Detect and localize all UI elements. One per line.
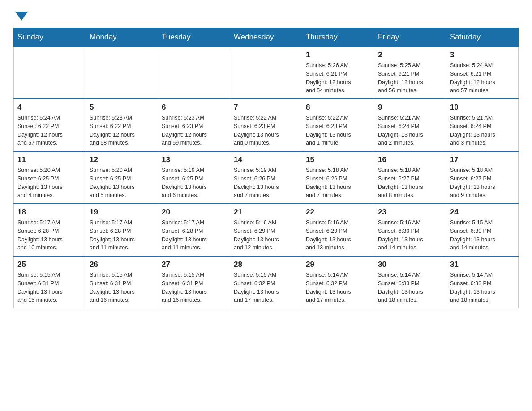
calendar-cell bbox=[230, 47, 302, 99]
day-number: 20 bbox=[162, 208, 226, 217]
day-info: Sunrise: 5:16 AM Sunset: 6:29 PM Dayligh… bbox=[234, 218, 298, 252]
day-number: 3 bbox=[450, 51, 515, 60]
day-number: 28 bbox=[234, 260, 298, 269]
weekday-header-tuesday: Tuesday bbox=[158, 28, 230, 47]
day-number: 15 bbox=[306, 155, 370, 164]
day-number: 30 bbox=[378, 260, 442, 269]
calendar-cell: 18Sunrise: 5:17 AM Sunset: 6:28 PM Dayli… bbox=[14, 204, 86, 256]
calendar-cell: 26Sunrise: 5:15 AM Sunset: 6:31 PM Dayli… bbox=[86, 256, 158, 308]
week-row-2: 4Sunrise: 5:24 AM Sunset: 6:22 PM Daylig… bbox=[14, 99, 519, 151]
day-number: 17 bbox=[450, 155, 515, 164]
calendar-cell bbox=[86, 47, 158, 99]
day-info: Sunrise: 5:16 AM Sunset: 6:30 PM Dayligh… bbox=[378, 218, 442, 252]
weekday-header-wednesday: Wednesday bbox=[230, 28, 302, 47]
page-header bbox=[13, 9, 519, 19]
weekday-header-row: SundayMondayTuesdayWednesdayThursdayFrid… bbox=[14, 28, 519, 47]
calendar-cell: 5Sunrise: 5:23 AM Sunset: 6:22 PM Daylig… bbox=[86, 99, 158, 151]
logo-triangle-icon bbox=[15, 12, 28, 21]
day-number: 5 bbox=[90, 103, 154, 112]
day-number: 26 bbox=[90, 260, 154, 269]
day-info: Sunrise: 5:19 AM Sunset: 6:26 PM Dayligh… bbox=[234, 166, 298, 200]
day-number: 9 bbox=[378, 103, 442, 112]
day-info: Sunrise: 5:21 AM Sunset: 6:24 PM Dayligh… bbox=[378, 114, 442, 147]
day-info: Sunrise: 5:19 AM Sunset: 6:25 PM Dayligh… bbox=[162, 166, 226, 200]
day-info: Sunrise: 5:15 AM Sunset: 6:31 PM Dayligh… bbox=[17, 271, 82, 304]
calendar-cell: 3Sunrise: 5:24 AM Sunset: 6:21 PM Daylig… bbox=[446, 47, 518, 99]
day-info: Sunrise: 5:14 AM Sunset: 6:32 PM Dayligh… bbox=[306, 271, 370, 304]
week-row-3: 11Sunrise: 5:20 AM Sunset: 6:25 PM Dayli… bbox=[14, 151, 519, 204]
calendar-cell: 12Sunrise: 5:20 AM Sunset: 6:25 PM Dayli… bbox=[86, 151, 158, 204]
day-number: 19 bbox=[90, 208, 154, 217]
week-row-1: 1Sunrise: 5:26 AM Sunset: 6:21 PM Daylig… bbox=[14, 47, 519, 99]
calendar-cell: 11Sunrise: 5:20 AM Sunset: 6:25 PM Dayli… bbox=[14, 151, 86, 204]
day-number: 29 bbox=[306, 260, 370, 269]
calendar-cell: 31Sunrise: 5:14 AM Sunset: 6:33 PM Dayli… bbox=[446, 256, 518, 308]
calendar-cell: 16Sunrise: 5:18 AM Sunset: 6:27 PM Dayli… bbox=[374, 151, 446, 204]
day-info: Sunrise: 5:14 AM Sunset: 6:33 PM Dayligh… bbox=[378, 271, 442, 304]
calendar-cell: 21Sunrise: 5:16 AM Sunset: 6:29 PM Dayli… bbox=[230, 204, 302, 256]
day-number: 21 bbox=[234, 208, 298, 217]
day-number: 2 bbox=[378, 51, 442, 60]
calendar-cell bbox=[14, 47, 86, 99]
calendar-cell: 20Sunrise: 5:17 AM Sunset: 6:28 PM Dayli… bbox=[158, 204, 230, 256]
day-number: 22 bbox=[306, 208, 370, 217]
calendar-cell: 19Sunrise: 5:17 AM Sunset: 6:28 PM Dayli… bbox=[86, 204, 158, 256]
calendar-cell: 23Sunrise: 5:16 AM Sunset: 6:30 PM Dayli… bbox=[374, 204, 446, 256]
day-info: Sunrise: 5:22 AM Sunset: 6:23 PM Dayligh… bbox=[234, 114, 298, 147]
calendar-cell: 28Sunrise: 5:15 AM Sunset: 6:32 PM Dayli… bbox=[230, 256, 302, 308]
day-number: 25 bbox=[17, 260, 82, 269]
logo bbox=[13, 9, 28, 19]
calendar-cell: 7Sunrise: 5:22 AM Sunset: 6:23 PM Daylig… bbox=[230, 99, 302, 151]
calendar-cell: 2Sunrise: 5:25 AM Sunset: 6:21 PM Daylig… bbox=[374, 47, 446, 99]
calendar-cell: 22Sunrise: 5:16 AM Sunset: 6:29 PM Dayli… bbox=[302, 204, 374, 256]
calendar-cell: 13Sunrise: 5:19 AM Sunset: 6:25 PM Dayli… bbox=[158, 151, 230, 204]
calendar-cell: 9Sunrise: 5:21 AM Sunset: 6:24 PM Daylig… bbox=[374, 99, 446, 151]
calendar-cell: 10Sunrise: 5:21 AM Sunset: 6:24 PM Dayli… bbox=[446, 99, 518, 151]
day-info: Sunrise: 5:26 AM Sunset: 6:21 PM Dayligh… bbox=[306, 61, 370, 95]
day-number: 27 bbox=[162, 260, 226, 269]
calendar-cell bbox=[158, 47, 230, 99]
day-info: Sunrise: 5:24 AM Sunset: 6:21 PM Dayligh… bbox=[450, 61, 515, 95]
day-number: 24 bbox=[450, 208, 515, 217]
day-number: 1 bbox=[306, 51, 370, 60]
calendar-cell: 1Sunrise: 5:26 AM Sunset: 6:21 PM Daylig… bbox=[302, 47, 374, 99]
day-number: 18 bbox=[17, 208, 82, 217]
day-info: Sunrise: 5:23 AM Sunset: 6:22 PM Dayligh… bbox=[90, 114, 154, 147]
day-info: Sunrise: 5:17 AM Sunset: 6:28 PM Dayligh… bbox=[162, 218, 226, 252]
day-number: 13 bbox=[162, 155, 226, 164]
week-row-5: 25Sunrise: 5:15 AM Sunset: 6:31 PM Dayli… bbox=[14, 256, 519, 308]
calendar-cell: 24Sunrise: 5:15 AM Sunset: 6:30 PM Dayli… bbox=[446, 204, 518, 256]
day-info: Sunrise: 5:20 AM Sunset: 6:25 PM Dayligh… bbox=[17, 166, 82, 200]
day-number: 23 bbox=[378, 208, 442, 217]
weekday-header-friday: Friday bbox=[374, 28, 446, 47]
calendar-cell: 14Sunrise: 5:19 AM Sunset: 6:26 PM Dayli… bbox=[230, 151, 302, 204]
calendar-cell: 8Sunrise: 5:22 AM Sunset: 6:23 PM Daylig… bbox=[302, 99, 374, 151]
day-number: 31 bbox=[450, 260, 515, 269]
weekday-header-saturday: Saturday bbox=[446, 28, 518, 47]
calendar-cell: 17Sunrise: 5:18 AM Sunset: 6:27 PM Dayli… bbox=[446, 151, 518, 204]
day-info: Sunrise: 5:15 AM Sunset: 6:31 PM Dayligh… bbox=[162, 271, 226, 304]
day-number: 11 bbox=[17, 155, 82, 164]
day-number: 6 bbox=[162, 103, 226, 112]
day-info: Sunrise: 5:20 AM Sunset: 6:25 PM Dayligh… bbox=[90, 166, 154, 200]
calendar-cell: 25Sunrise: 5:15 AM Sunset: 6:31 PM Dayli… bbox=[14, 256, 86, 308]
day-info: Sunrise: 5:17 AM Sunset: 6:28 PM Dayligh… bbox=[17, 218, 82, 252]
day-info: Sunrise: 5:25 AM Sunset: 6:21 PM Dayligh… bbox=[378, 61, 442, 95]
day-info: Sunrise: 5:23 AM Sunset: 6:23 PM Dayligh… bbox=[162, 114, 226, 147]
week-row-4: 18Sunrise: 5:17 AM Sunset: 6:28 PM Dayli… bbox=[14, 204, 519, 256]
weekday-header-sunday: Sunday bbox=[14, 28, 86, 47]
calendar-cell: 15Sunrise: 5:18 AM Sunset: 6:26 PM Dayli… bbox=[302, 151, 374, 204]
day-number: 16 bbox=[378, 155, 442, 164]
day-number: 7 bbox=[234, 103, 298, 112]
day-info: Sunrise: 5:15 AM Sunset: 6:32 PM Dayligh… bbox=[234, 271, 298, 304]
day-number: 10 bbox=[450, 103, 515, 112]
calendar-cell: 29Sunrise: 5:14 AM Sunset: 6:32 PM Dayli… bbox=[302, 256, 374, 308]
calendar-cell: 6Sunrise: 5:23 AM Sunset: 6:23 PM Daylig… bbox=[158, 99, 230, 151]
day-info: Sunrise: 5:14 AM Sunset: 6:33 PM Dayligh… bbox=[450, 271, 515, 304]
weekday-header-thursday: Thursday bbox=[302, 28, 374, 47]
day-number: 4 bbox=[17, 103, 82, 112]
day-info: Sunrise: 5:24 AM Sunset: 6:22 PM Dayligh… bbox=[17, 114, 82, 147]
calendar-table: SundayMondayTuesdayWednesdayThursdayFrid… bbox=[13, 28, 519, 308]
weekday-header-monday: Monday bbox=[86, 28, 158, 47]
day-info: Sunrise: 5:15 AM Sunset: 6:30 PM Dayligh… bbox=[450, 218, 515, 252]
